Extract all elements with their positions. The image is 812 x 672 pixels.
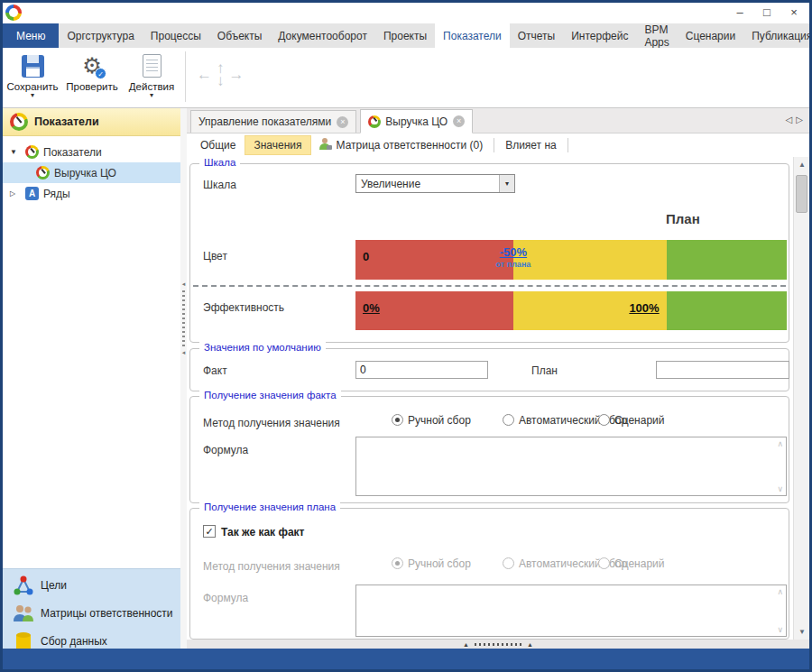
- scrollbar-thumb[interactable]: [796, 175, 807, 213]
- tab-bpm-apps[interactable]: BPM Apps: [636, 23, 677, 48]
- fact-acquisition-group: Получение значения факта Метод получения…: [189, 396, 789, 503]
- scroll-up-icon: ∧: [777, 587, 783, 596]
- tree-node-revenue[interactable]: Выручка ЦО: [3, 162, 180, 183]
- bar-zero-label: 0: [363, 250, 369, 263]
- save-button[interactable]: Сохранить ▾: [3, 48, 62, 99]
- doc-tab-indicator-management[interactable]: Управление показателями ×: [190, 110, 356, 133]
- radio-icon[interactable]: [598, 414, 610, 426]
- color-scale-bar[interactable]: 0 -50% от плана: [355, 240, 787, 280]
- actions-button[interactable]: Действия ▾: [122, 48, 181, 99]
- toolbar: Сохранить ▾ ⚙ ✓ Проверить Действия ▾ ← ↑…: [3, 48, 809, 108]
- sidebar-bottom-panel: Цели Матрицы ответственности: [3, 568, 180, 651]
- fact-input[interactable]: [355, 361, 488, 379]
- horizontal-splitter[interactable]: ▲ ▲: [187, 640, 809, 649]
- formula-label: Формула: [203, 592, 248, 604]
- verify-button[interactable]: ⚙ ✓ Проверить: [62, 48, 122, 92]
- formula-textarea-disabled: ∧ ∨: [355, 585, 787, 637]
- tab-scroll-right-icon[interactable]: ▷: [796, 115, 807, 124]
- scroll-up-icon[interactable]: ∧: [777, 439, 783, 448]
- tab-close-icon[interactable]: ×: [337, 116, 348, 128]
- subtab-values[interactable]: Значения: [245, 135, 310, 155]
- same-as-fact-checkbox[interactable]: ✓: [203, 525, 216, 538]
- formula-textarea[interactable]: ∧ ∨: [355, 437, 787, 496]
- plan-input[interactable]: [656, 361, 789, 379]
- scrollbar-up-icon[interactable]: ▲: [794, 157, 810, 172]
- nav-right-icon[interactable]: →: [229, 66, 245, 84]
- nav-left-icon[interactable]: ←: [197, 66, 212, 84]
- tree-node-indicators[interactable]: ▼ Показатели: [3, 142, 180, 162]
- radio-selected-icon[interactable]: [392, 414, 403, 426]
- radio-icon[interactable]: [503, 414, 514, 426]
- toolbar-separator: [185, 51, 186, 102]
- yellow-zone-segment: [513, 240, 667, 280]
- gauge-icon: [25, 145, 39, 159]
- tab-reports[interactable]: Отчеты: [510, 23, 563, 48]
- tab-close-icon[interactable]: ×: [453, 115, 465, 127]
- radio-scenario[interactable]: Сценарий: [598, 414, 664, 427]
- vertical-splitter[interactable]: ◂ ◂: [180, 108, 187, 651]
- sidebar-item-responsibility-matrices[interactable]: Матрицы ответственности: [3, 599, 180, 627]
- sidebar-item-label: Матрицы ответственности: [41, 607, 173, 620]
- effectiveness-scale-bar[interactable]: 0% 100%: [355, 291, 787, 330]
- effectiveness-max-link[interactable]: 100%: [629, 301, 659, 315]
- tab-publication[interactable]: Публикация: [743, 23, 812, 48]
- radio-manual-collection[interactable]: Ручной сбор: [392, 414, 471, 427]
- tab-indicators[interactable]: Показатели: [435, 23, 510, 48]
- subtab-separator: [567, 138, 568, 152]
- tab-processes[interactable]: Процессы: [143, 23, 209, 48]
- plan-acquisition-group-title: Получение значения плана: [199, 502, 340, 512]
- formula-label: Формула: [203, 444, 248, 456]
- minimize-button[interactable]: –: [726, 3, 753, 21]
- subtab-affects[interactable]: Влияет на: [496, 135, 566, 155]
- tree-node-label: Показатели: [43, 146, 102, 159]
- tab-documents[interactable]: Документооборот: [270, 23, 375, 48]
- tree-node-label: Выручка ЦО: [54, 167, 116, 180]
- tab-orgstructure[interactable]: Оргструктура: [59, 23, 142, 48]
- nav-down-icon[interactable]: ↓: [217, 75, 225, 87]
- scale-combobox[interactable]: Увеличение ▾: [355, 174, 515, 193]
- tab-scroll-left-icon[interactable]: ◁: [786, 115, 797, 124]
- subtab-responsibility-matrix[interactable]: Матрица ответственности (0): [337, 135, 493, 155]
- tab-objects[interactable]: Объекты: [209, 23, 271, 48]
- splitter-drag-handle[interactable]: [475, 643, 521, 646]
- actions-dropdown-caret-icon[interactable]: ▾: [122, 92, 181, 99]
- combobox-dropdown-icon[interactable]: ▾: [499, 175, 514, 192]
- expander-open-icon[interactable]: ▼: [10, 148, 21, 156]
- sidebar-item-goals[interactable]: Цели: [3, 571, 180, 599]
- close-button[interactable]: ×: [780, 3, 807, 21]
- tab-scenarios[interactable]: Сценарии: [678, 23, 743, 48]
- threshold-label[interactable]: -50% от плана: [496, 245, 531, 269]
- menu-button[interactable]: Меню: [3, 23, 59, 48]
- radio-label: Сценарий: [614, 557, 664, 570]
- same-as-fact-label: Так же как факт: [221, 526, 304, 539]
- scroll-down-icon[interactable]: ∨: [777, 484, 783, 493]
- values-form: Шкала Шкала Увеличение ▾ План Цвет 0 -50…: [187, 157, 793, 640]
- radio-label: Сценарий: [614, 414, 664, 427]
- splitter-collapse-icon[interactable]: ▲: [463, 641, 469, 648]
- maximize-button[interactable]: □: [753, 3, 780, 21]
- indicator-tree: ▼ Показатели Выручка ЦО ▷ A Ряды: [3, 136, 180, 204]
- default-values-group: Значения по умолчанию Факт План: [189, 348, 789, 391]
- scrollbar-down-icon[interactable]: ▼: [794, 624, 810, 640]
- green-zone-segment: [667, 240, 787, 280]
- save-dropdown-caret-icon[interactable]: ▾: [3, 92, 62, 99]
- tab-interface[interactable]: Интерфейс: [563, 23, 636, 48]
- splitter-drag-handle[interactable]: [182, 290, 185, 346]
- tab-projects[interactable]: Проекты: [375, 23, 435, 48]
- subtab-separator: [494, 138, 494, 152]
- splitter-collapse-icon[interactable]: ◂: [180, 348, 187, 357]
- doc-tab-revenue[interactable]: Выручка ЦО ×: [360, 109, 473, 133]
- splitter-collapse-icon[interactable]: ◂: [180, 280, 187, 289]
- expander-closed-icon[interactable]: ▷: [10, 189, 21, 198]
- title-bar: – □ ×: [3, 3, 809, 23]
- series-icon: A: [25, 187, 39, 200]
- subtab-general[interactable]: Общие: [191, 135, 245, 155]
- doc-tab-label: Выручка ЦО: [385, 115, 448, 128]
- effectiveness-min-link[interactable]: 0%: [363, 301, 380, 315]
- tree-node-series[interactable]: ▷ A Ряды: [3, 183, 180, 204]
- color-label: Цвет: [203, 250, 227, 262]
- splitter-collapse-icon[interactable]: ▲: [527, 641, 533, 648]
- vertical-scrollbar[interactable]: ▲ ▼: [793, 157, 809, 640]
- tree-node-label: Ряды: [43, 188, 70, 200]
- threshold-value-link[interactable]: -50%: [496, 245, 531, 259]
